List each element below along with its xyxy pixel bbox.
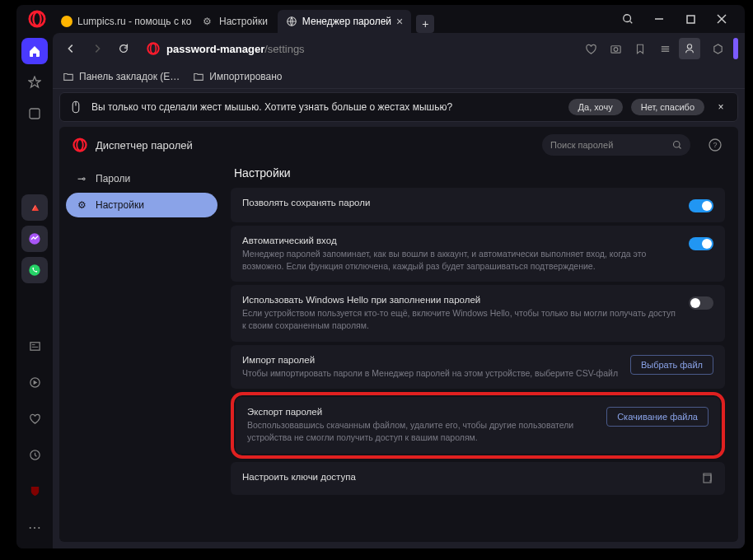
toggle-windows-hello[interactable] — [689, 296, 713, 310]
opera-logo-icon — [28, 10, 46, 28]
window-controls — [616, 7, 740, 30]
svg-point-24 — [687, 44, 691, 49]
svg-line-4 — [630, 21, 633, 24]
close-icon[interactable]: × — [396, 15, 403, 28]
svg-point-29 — [674, 142, 681, 148]
bookmark-button[interactable] — [580, 38, 601, 59]
svg-point-27 — [74, 139, 87, 152]
whatsapp-button[interactable] — [21, 257, 48, 283]
close-window-button[interactable] — [710, 7, 733, 30]
page-body: ⊸ Пароли ⚙ Настройки Настройки Позволят — [59, 163, 738, 542]
svg-point-17 — [147, 43, 158, 54]
svg-rect-6 — [687, 16, 695, 23]
toggle-auto-signin[interactable] — [689, 237, 713, 250]
bookmark-folder-imported[interactable]: Импортировано — [193, 71, 282, 82]
tab-label: Lumpics.ru - помощь с ко — [77, 16, 191, 27]
setting-import: Импорт паролей Чтобы импортировать парол… — [231, 345, 725, 390]
gear-icon: ⚙ — [76, 199, 87, 211]
page-header: Диспетчер паролей Поиск паролей ? — [59, 127, 738, 163]
content-column: password-manager/settings Панель закладо… — [53, 33, 745, 548]
minimize-button[interactable] — [648, 7, 671, 30]
browser-sidebar: 🔺 ⋯ — [16, 33, 53, 548]
import-button[interactable]: Выбрать файл — [630, 355, 713, 375]
bookmark-folder-panel[interactable]: Панель закладок (E… — [63, 71, 180, 82]
bookmark-label: Импортировано — [209, 71, 282, 82]
svg-point-1 — [33, 12, 40, 26]
svg-point-18 — [151, 44, 157, 54]
export-highlight: Экспорт паролей Воспользовавшись скачанн… — [231, 392, 725, 458]
settings-heading: Настройки — [231, 166, 725, 180]
setting-label: Автоматический вход — [242, 236, 679, 245]
setting-export: Экспорт паролей Воспользовавшись скачанн… — [236, 397, 720, 453]
menu-button[interactable] — [654, 38, 676, 59]
address-actions — [580, 38, 738, 59]
gesture-banner: Вы только что сделали жест мышью. Хотите… — [59, 92, 738, 122]
setting-label: Экспорт паролей — [247, 407, 596, 417]
heart-button[interactable] — [21, 405, 48, 432]
maximize-button[interactable] — [679, 7, 702, 30]
news-button[interactable] — [21, 333, 48, 359]
svg-rect-12 — [30, 342, 39, 349]
main-row: 🔺 ⋯ password-manager/settings — [16, 33, 745, 548]
opera-icon — [72, 138, 87, 152]
setting-desc: Воспользовавшись скачанным файлом, удали… — [247, 419, 596, 443]
svg-line-30 — [679, 147, 681, 148]
url-field[interactable]: password-manager/settings — [138, 37, 577, 60]
forward-button[interactable] — [86, 37, 109, 60]
more-button[interactable]: ⋯ — [21, 514, 48, 540]
setting-desc: Чтобы импортировать пароли в Менеджер па… — [242, 367, 620, 380]
svg-text:?: ? — [713, 141, 717, 149]
folder-icon — [63, 71, 74, 82]
bookmarks-bar: Панель закладок (E… Импортировано — [53, 64, 745, 89]
svg-point-3 — [624, 15, 631, 22]
player-button[interactable] — [21, 369, 48, 395]
setting-passkeys[interactable]: Настроить ключи доступа — [231, 462, 725, 495]
export-button[interactable]: Скачивание файла — [606, 407, 709, 427]
bookmark-label: Панель закладок (E… — [79, 71, 180, 82]
search-button[interactable] — [616, 7, 639, 30]
history-button[interactable] — [21, 441, 48, 468]
page-title: Диспетчер паролей — [96, 139, 193, 152]
folder-icon — [193, 71, 204, 82]
toggle-save-passwords[interactable] — [689, 199, 713, 212]
sidenav-passwords[interactable]: ⊸ Пароли — [66, 166, 217, 191]
key-icon: ⊸ — [76, 173, 87, 184]
banner-no-button[interactable]: Нет, спасибо — [631, 99, 704, 115]
sidenav-label: Настройки — [96, 199, 144, 211]
setting-label: Импорт паролей — [242, 355, 620, 365]
banner-yes-button[interactable]: Да, хочу — [568, 99, 623, 115]
external-link-icon — [700, 472, 713, 485]
settings-sidenav: ⊸ Пароли ⚙ Настройки — [59, 163, 224, 542]
home-button[interactable] — [21, 38, 48, 64]
bookmark-page-button[interactable] — [629, 38, 651, 59]
setting-windows-hello: Использовать Windows Hello при заполнени… — [231, 285, 725, 341]
extensions-button[interactable] — [707, 38, 728, 59]
svg-rect-33 — [704, 475, 711, 483]
banner-close-button[interactable]: × — [713, 101, 729, 113]
new-tab-button[interactable]: + — [416, 15, 434, 33]
sidenav-settings[interactable]: ⚙ Настройки — [66, 193, 217, 217]
search-input[interactable]: Поиск паролей — [542, 134, 690, 156]
setting-desc: Менеджер паролей запоминает, как вы вошл… — [242, 248, 679, 272]
sidebar-toggle[interactable] — [733, 38, 738, 59]
banner-text: Вы только что сделали жест мышью. Хотите… — [91, 101, 560, 113]
setting-label: Использовать Windows Hello при заполнени… — [242, 295, 679, 305]
favicon-icon — [61, 16, 72, 27]
reload-button[interactable] — [112, 37, 135, 60]
svg-point-20 — [614, 47, 618, 51]
camera-button[interactable] — [605, 38, 626, 59]
pinboard-button[interactable] — [21, 100, 48, 127]
messenger-button[interactable] — [21, 226, 48, 252]
globe-icon — [286, 16, 297, 27]
tab-settings[interactable]: ⚙ Настройки — [194, 10, 276, 33]
help-button[interactable]: ? — [705, 135, 725, 155]
tab-password-manager[interactable]: Менеджер паролей × — [278, 10, 411, 33]
aria-button[interactable]: 🔺 — [21, 194, 48, 221]
back-button[interactable] — [59, 37, 82, 60]
password-manager-page: Диспетчер паролей Поиск паролей ? ⊸ Паро… — [59, 127, 738, 542]
profile-button[interactable] — [679, 38, 700, 59]
ublock-button[interactable] — [21, 478, 48, 504]
tab-lumpics[interactable]: Lumpics.ru - помощь с ко — [53, 10, 193, 33]
bookmark-star-button[interactable] — [21, 69, 48, 96]
setting-save-passwords: Позволять сохранять пароли — [231, 188, 725, 222]
